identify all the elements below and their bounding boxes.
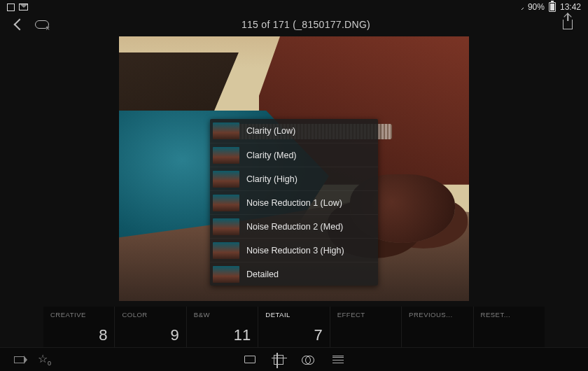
battery-pct: 90%	[528, 2, 545, 12]
app-topbar: 115 of 171 (_8150177.DNG)	[0, 14, 588, 35]
tab-label: DETAIL	[265, 311, 322, 318]
star-rating-button[interactable]: ☆0	[38, 352, 51, 367]
preset-thumb-icon	[213, 171, 239, 188]
preset-item[interactable]: Clarity (Med)	[210, 143, 378, 167]
tab-creative[interactable]: CREATIVE8	[43, 307, 115, 347]
tab-previous[interactable]: PREVIOUS...	[402, 307, 473, 347]
preset-item[interactable]: Noise Reduction 1 (Low)	[210, 190, 378, 214]
preset-thumb-icon	[213, 147, 239, 164]
preset-item[interactable]: Noise Reduction 3 (High)	[210, 238, 378, 262]
clock: 13:42	[560, 2, 581, 12]
image-notif-icon	[7, 4, 15, 11]
cloud-sync-off-icon[interactable]	[35, 20, 49, 29]
preset-label: Noise Reduction 1 (Low)	[246, 198, 342, 208]
page-title: 115 of 171 (_8150177.DNG)	[49, 19, 563, 30]
preset-thumb-icon	[213, 266, 239, 283]
tab-label: EFFECT	[337, 311, 394, 318]
mail-notif-icon	[19, 4, 28, 10]
preset-thumb-icon	[213, 195, 239, 211]
tab-count: 11	[234, 326, 251, 344]
preset-thumb-icon	[213, 218, 239, 235]
tab-detail[interactable]: DETAIL7	[258, 307, 330, 347]
flag-button[interactable]	[14, 356, 24, 363]
preset-item[interactable]: Noise Reduction 2 (Med)	[210, 214, 378, 238]
preset-label: Noise Reduction 3 (High)	[246, 246, 344, 255]
preset-label: Detailed	[246, 270, 279, 279]
tab-count: 8	[99, 326, 107, 344]
crop-button[interactable]	[274, 355, 284, 365]
tab-count: 9	[171, 326, 179, 344]
tab-effect[interactable]: EFFECT	[330, 307, 402, 347]
tab-label: RESET...	[481, 311, 538, 318]
tab-label: B&W	[194, 311, 251, 318]
wifi-icon	[514, 4, 524, 10]
preset-item[interactable]: Detailed	[210, 262, 378, 286]
tab-reset[interactable]: RESET...	[474, 307, 545, 347]
view-mode-button[interactable]	[244, 356, 255, 363]
tab-label: PREVIOUS...	[409, 311, 465, 318]
detail-presets-menu: Clarity (Low) Clarity (Med) Clarity (Hig…	[210, 119, 378, 286]
tab-label: COLOR	[122, 311, 178, 318]
preset-thumb-icon	[213, 242, 239, 259]
preset-label: Clarity (Med)	[246, 150, 297, 160]
presets-button[interactable]	[302, 356, 314, 364]
back-button[interactable]	[14, 19, 26, 31]
android-statusbar: 90% 13:42	[0, 0, 588, 14]
preset-label: Noise Reduction 2 (Med)	[246, 222, 343, 232]
preset-item[interactable]: Clarity (Low)	[210, 119, 378, 143]
bottom-toolbar: ☆0	[0, 347, 588, 371]
tab-count: 7	[314, 326, 322, 344]
tab-color[interactable]: COLOR9	[115, 307, 186, 347]
tab-bw[interactable]: B&W11	[187, 307, 258, 347]
tab-label: CREATIVE	[50, 311, 107, 318]
preset-item[interactable]: Clarity (High)	[210, 167, 378, 190]
preset-thumb-icon	[213, 122, 239, 139]
battery-icon	[549, 2, 556, 12]
edit-tabstrip: CREATIVE8 COLOR9 B&W11 DETAIL7 EFFECT PR…	[43, 307, 545, 347]
share-button[interactable]	[563, 20, 573, 29]
preset-label: Clarity (Low)	[246, 126, 295, 136]
adjust-button[interactable]	[332, 356, 344, 364]
preset-label: Clarity (High)	[246, 174, 298, 184]
